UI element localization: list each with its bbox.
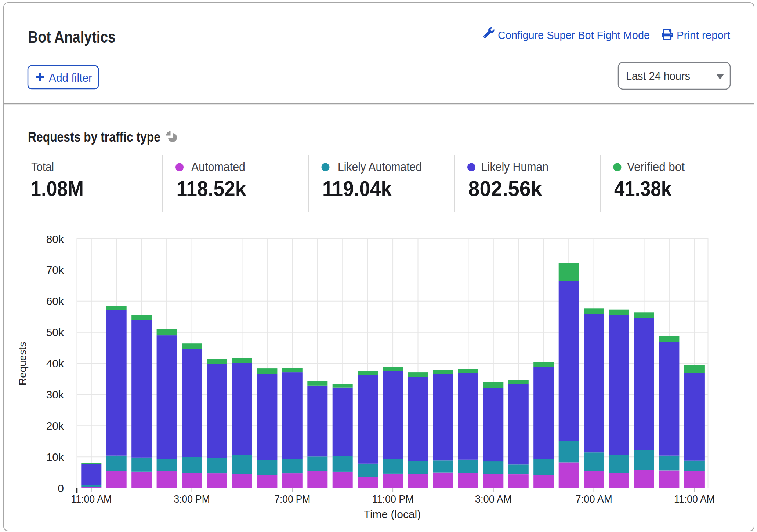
svg-text:118.52k: 118.52k: [177, 176, 247, 200]
svg-text:20k: 20k: [46, 420, 64, 432]
svg-text:3:00 AM: 3:00 AM: [475, 493, 512, 505]
svg-text:119.04k: 119.04k: [322, 176, 392, 200]
svg-text:Add filter: Add filter: [49, 71, 92, 84]
svg-text:Print report: Print report: [677, 29, 731, 41]
svg-text:Total: Total: [31, 160, 54, 174]
svg-text:3:00 PM: 3:00 PM: [174, 493, 210, 505]
svg-text:Time (local): Time (local): [364, 508, 421, 520]
svg-text:0: 0: [58, 482, 64, 494]
svg-text:41.38k: 41.38k: [614, 176, 672, 200]
svg-text:10k: 10k: [46, 451, 64, 463]
svg-text:Likely Automated: Likely Automated: [338, 160, 422, 174]
svg-text:Automated: Automated: [191, 160, 245, 174]
svg-text:11:00 AM: 11:00 AM: [71, 493, 112, 505]
svg-text:Verified bot: Verified bot: [627, 160, 685, 174]
svg-text:Requests by traffic type: Requests by traffic type: [28, 130, 160, 145]
svg-text:Configure Super Bot Fight Mode: Configure Super Bot Fight Mode: [498, 29, 650, 41]
svg-text:Likely Human: Likely Human: [481, 160, 548, 174]
svg-text:Last 24 hours: Last 24 hours: [626, 70, 690, 83]
svg-text:60k: 60k: [46, 295, 64, 307]
svg-text:7:00 AM: 7:00 AM: [576, 493, 612, 505]
svg-text:1.08M: 1.08M: [30, 176, 84, 200]
svg-text:80k: 80k: [46, 233, 64, 245]
svg-text:50k: 50k: [46, 326, 64, 338]
svg-text:70k: 70k: [46, 264, 64, 276]
svg-text:11:00 PM: 11:00 PM: [372, 493, 414, 505]
svg-text:802.56k: 802.56k: [468, 176, 543, 200]
svg-text:Requests: Requests: [17, 342, 28, 385]
svg-text:7:00 PM: 7:00 PM: [274, 493, 310, 505]
svg-text:11:00 AM: 11:00 AM: [674, 493, 715, 505]
svg-text:30k: 30k: [46, 389, 64, 401]
svg-text:40k: 40k: [46, 357, 64, 369]
svg-text:Bot Analytics: Bot Analytics: [28, 28, 116, 46]
